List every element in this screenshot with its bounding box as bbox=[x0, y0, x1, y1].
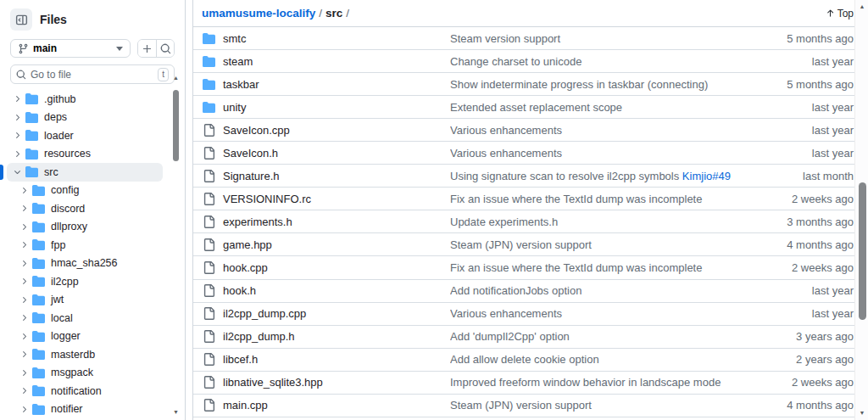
scroll-down-icon[interactable]: ▼ bbox=[171, 409, 181, 416]
commit-message-text[interactable]: Fix an issue where the TextId dump was i… bbox=[450, 261, 702, 274]
file-row[interactable]: smtc Steam version support 5 months ago bbox=[193, 27, 864, 50]
file-row[interactable]: steam Change charset to unicode last yea… bbox=[193, 50, 864, 73]
back-to-top-link[interactable]: Top bbox=[826, 8, 854, 20]
chevron-right-icon[interactable] bbox=[11, 167, 23, 176]
tree-item[interactable]: loader bbox=[7, 126, 163, 145]
tree-item[interactable]: src bbox=[7, 163, 163, 182]
tree-item[interactable]: il2cpp bbox=[7, 272, 163, 291]
file-row[interactable]: hook.h Add notificationJobs option last … bbox=[193, 280, 864, 303]
file-row[interactable]: SaveIcon.h Various enhancements last yea… bbox=[193, 142, 864, 165]
chevron-right-icon[interactable] bbox=[11, 149, 23, 159]
commit-message-text[interactable]: Steam version support bbox=[450, 32, 560, 45]
go-to-file-box[interactable]: t bbox=[10, 64, 175, 84]
tree-item[interactable]: fpp bbox=[7, 236, 163, 255]
collapse-file-tree-button[interactable] bbox=[10, 8, 32, 31]
tree-item[interactable]: logger bbox=[7, 328, 163, 346]
tree-item[interactable]: resources bbox=[7, 145, 163, 164]
chevron-right-icon[interactable] bbox=[18, 277, 30, 286]
file-row[interactable]: il2cpp_dump.cpp Various enhancements las… bbox=[193, 303, 864, 326]
file-row[interactable]: experiments.h Update experiments.h 3 mon… bbox=[193, 210, 864, 233]
chevron-right-icon[interactable] bbox=[18, 295, 30, 305]
breadcrumb-repo-link[interactable]: umamusume-localify bbox=[202, 7, 315, 20]
file-name[interactable]: VERSIONINFO.rc bbox=[223, 193, 311, 205]
chevron-right-icon[interactable] bbox=[18, 386, 30, 395]
file-row[interactable]: libnative_sqlite3.hpp Improved freeform … bbox=[193, 372, 864, 395]
chevron-right-icon[interactable] bbox=[11, 113, 23, 122]
tree-item[interactable]: deps bbox=[7, 109, 163, 127]
page-scrollbar-thumb[interactable] bbox=[859, 182, 866, 320]
chevron-right-icon[interactable] bbox=[18, 332, 30, 341]
commit-message-link[interactable]: Kimjio#49 bbox=[682, 170, 731, 182]
commit-message-text[interactable]: Fix an issue where the TextId dump was i… bbox=[450, 193, 702, 205]
file-row[interactable]: Signature.h Using signature scan to reso… bbox=[193, 165, 864, 188]
chevron-right-icon[interactable] bbox=[18, 240, 30, 249]
go-to-file-input[interactable] bbox=[31, 69, 153, 81]
file-row[interactable]: hook.cpp Fix an issue where the TextId d… bbox=[193, 256, 864, 279]
file-name[interactable]: experiments.h bbox=[223, 216, 292, 228]
file-name[interactable]: game.hpp bbox=[223, 238, 272, 251]
branch-selector[interactable]: main bbox=[10, 39, 131, 58]
file-row[interactable]: SaveIcon.cpp Various enhancements last y… bbox=[193, 119, 864, 142]
commit-message-text[interactable]: Update experiments.h bbox=[450, 216, 558, 228]
commit-message-text[interactable]: Show indeterminate progress in taskbar (… bbox=[450, 78, 708, 91]
commit-message-text[interactable]: Steam (JPN) version support bbox=[450, 238, 592, 251]
commit-message-text[interactable]: Add allow delete cookie option bbox=[450, 353, 599, 366]
commit-message-text[interactable]: Various enhancements bbox=[450, 307, 562, 320]
file-name[interactable]: libcef.h bbox=[223, 353, 258, 366]
file-name[interactable]: taskbar bbox=[223, 78, 259, 91]
commit-message-text[interactable]: Various enhancements bbox=[450, 147, 562, 160]
tree-item[interactable]: masterdb bbox=[7, 345, 163, 364]
chevron-right-icon[interactable] bbox=[18, 405, 30, 414]
file-name[interactable]: hook.h bbox=[223, 284, 256, 297]
tree-item[interactable]: msgpack bbox=[7, 364, 163, 383]
commit-message-text[interactable]: Steam (JPN) version support bbox=[450, 399, 592, 412]
commit-message-text[interactable]: Using signature scan to resolve il2cpp s… bbox=[450, 170, 682, 182]
file-row[interactable]: il2cpp_dump.h Add 'dumpIl2Cpp' option 3 … bbox=[193, 326, 864, 349]
page-scrollbar[interactable]: ▲ ▼ bbox=[854, 0, 868, 420]
chevron-right-icon[interactable] bbox=[11, 94, 23, 104]
new-file-button[interactable] bbox=[138, 40, 156, 57]
tree-item[interactable]: dllproxy bbox=[7, 218, 163, 237]
file-name[interactable]: main.cpp bbox=[223, 399, 268, 412]
chevron-right-icon[interactable] bbox=[18, 186, 30, 195]
commit-message-text[interactable]: Change charset to unicode bbox=[450, 55, 581, 68]
file-row[interactable]: main.cpp Steam (JPN) version support 4 m… bbox=[193, 395, 864, 417]
file-name[interactable]: libnative_sqlite3.hpp bbox=[223, 376, 323, 389]
sidebar-scrollbar[interactable]: ▲ ▼ bbox=[171, 75, 181, 416]
scroll-up-icon[interactable]: ▲ bbox=[855, 3, 868, 10]
tree-item[interactable]: hmac_sha256 bbox=[7, 255, 163, 273]
chevron-right-icon[interactable] bbox=[18, 368, 30, 378]
tree-item[interactable]: jwt bbox=[7, 291, 163, 310]
file-row[interactable]: game.hpp Steam (JPN) version support 4 m… bbox=[193, 233, 864, 256]
file-row[interactable]: unity Extended asset replacement scope l… bbox=[193, 96, 864, 119]
file-name[interactable]: Signature.h bbox=[223, 170, 280, 182]
tree-item[interactable]: discord bbox=[7, 199, 163, 218]
file-name[interactable]: il2cpp_dump.h bbox=[223, 330, 295, 343]
chevron-right-icon[interactable] bbox=[11, 131, 23, 140]
tree-item[interactable]: notifier bbox=[7, 400, 163, 419]
file-name[interactable]: SaveIcon.h bbox=[223, 147, 278, 160]
chevron-right-icon[interactable] bbox=[18, 350, 30, 359]
tree-item[interactable]: .github bbox=[7, 90, 163, 109]
file-name[interactable]: smtc bbox=[223, 32, 246, 45]
file-name[interactable]: SaveIcon.cpp bbox=[223, 124, 290, 137]
file-name[interactable]: hook.cpp bbox=[223, 261, 268, 274]
file-name[interactable]: steam bbox=[223, 55, 253, 68]
file-row[interactable]: VERSIONINFO.rc Fix an issue where the Te… bbox=[193, 188, 864, 210]
commit-message-text[interactable]: Add notificationJobs option bbox=[450, 284, 581, 297]
file-name[interactable]: unity bbox=[223, 101, 246, 114]
file-row[interactable]: libcef.h Add allow delete cookie option … bbox=[193, 349, 864, 372]
commit-message-text[interactable]: Various enhancements bbox=[450, 124, 562, 137]
commit-message-text[interactable]: Add 'dumpIl2Cpp' option bbox=[450, 330, 570, 343]
sidebar-scrollbar-thumb[interactable] bbox=[173, 90, 179, 161]
tree-item[interactable]: local bbox=[7, 309, 163, 328]
chevron-right-icon[interactable] bbox=[18, 313, 30, 322]
scroll-down-icon[interactable]: ▼ bbox=[855, 410, 868, 417]
file-name[interactable]: il2cpp_dump.cpp bbox=[223, 307, 306, 320]
chevron-right-icon[interactable] bbox=[18, 259, 30, 268]
search-tree-button[interactable] bbox=[156, 40, 174, 57]
scroll-up-icon[interactable]: ▲ bbox=[171, 75, 181, 81]
chevron-right-icon[interactable] bbox=[18, 204, 30, 213]
file-row[interactable]: taskbar Show indeterminate progress in t… bbox=[193, 73, 864, 96]
commit-message-text[interactable]: Improved freeform window behavior in lan… bbox=[450, 376, 721, 389]
